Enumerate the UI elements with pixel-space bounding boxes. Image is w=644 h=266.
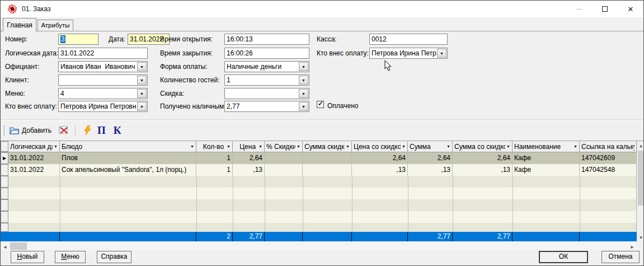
cash-register-label: Касса:: [317, 35, 337, 43]
table-row[interactable]: 31.01.2022 Сок апельсиновый "Sandora", 1…: [1, 164, 637, 176]
scroll-left-icon: ◂: [3, 244, 6, 250]
scroll-down-button[interactable]: ▼: [637, 233, 644, 242]
payer-combo[interactable]: Петрова Ирина Петровна ▼: [58, 101, 148, 112]
cell-discount-sum: [303, 164, 352, 176]
combo-dropdown-button[interactable]: ▼: [137, 102, 147, 111]
filter-arrow-icon[interactable]: ▼: [53, 144, 58, 148]
titlebar: 01. Заказ ✕: [1, 1, 643, 17]
empty-row[interactable]: [1, 188, 637, 199]
logical-date-label: Логическая дата:: [5, 49, 58, 57]
new-button[interactable]: Новый: [11, 251, 44, 263]
filter-arrow-icon[interactable]: ▼: [225, 144, 231, 148]
column-header-name[interactable]: Наименование▼: [513, 141, 580, 152]
number-label: Номер:: [5, 35, 27, 43]
ok-button[interactable]: ОК: [539, 251, 588, 263]
cell-discount-pct: [265, 164, 303, 176]
cell-discount-sum: [303, 152, 352, 164]
menu-button[interactable]: Меню: [55, 251, 86, 263]
add-row-button[interactable]: Добавить: [7, 125, 54, 136]
column-header-qty[interactable]: Кол-во▼: [196, 141, 233, 152]
payer-label: Кто внес оплату:: [5, 102, 57, 110]
maximize-button[interactable]: [592, 1, 618, 17]
paid-checkbox[interactable]: ✓: [317, 101, 324, 108]
filter-arrow-icon[interactable]: ▼: [345, 144, 350, 148]
cell-logical-date: 31.01.2022: [8, 152, 60, 164]
logical-date-field[interactable]: 31.01.2022: [58, 48, 148, 59]
tab-attributes[interactable]: Атрибуты: [37, 20, 73, 31]
combo-dropdown-button[interactable]: ▼: [299, 102, 308, 111]
cancel-button[interactable]: Отмена: [601, 251, 640, 263]
column-header-price[interactable]: Цена▼: [233, 141, 265, 152]
lightning-icon: [84, 125, 91, 135]
column-header-sum-discounted[interactable]: Сумма со скидкой▼: [453, 141, 513, 152]
empty-row[interactable]: [1, 176, 637, 188]
combo-dropdown-button[interactable]: ▼: [137, 76, 147, 85]
cash-register-field[interactable]: 0012: [369, 34, 448, 45]
close-icon: ✕: [628, 6, 634, 13]
tab-main[interactable]: Главная: [3, 18, 36, 31]
waiter-combo[interactable]: Иванов Иван Иванович ▼: [58, 61, 148, 72]
combo-dropdown-button[interactable]: ▼: [137, 89, 147, 98]
delete-row-button[interactable]: [57, 125, 70, 136]
client-combo[interactable]: ▼: [58, 74, 148, 86]
combo-dropdown-button[interactable]: ▼: [437, 49, 446, 58]
vertical-scrollbar-thumb[interactable]: [638, 151, 644, 206]
column-header-sum[interactable]: Сумма▼: [408, 141, 453, 152]
vertical-scrollbar[interactable]: ▲ ▼: [637, 141, 644, 242]
filter-arrow-icon[interactable]: ▼: [401, 144, 406, 148]
cell-name: Кафе: [513, 164, 580, 176]
combo-dropdown-button[interactable]: ▼: [299, 62, 308, 71]
menu-combo[interactable]: 4 ▼: [58, 88, 148, 99]
cell-dish: Сок апельсиновый "Sandora", 1л (порц.): [60, 164, 196, 176]
table-row[interactable]: ▶ 31.01.2022 Плов 1 2,64 2,64 2,64 2,64 …: [1, 152, 637, 164]
guest-count-combo[interactable]: 1 ▼: [224, 74, 309, 86]
paid-label: Оплачено: [327, 102, 358, 110]
column-header-dish[interactable]: Блюдо▼: [60, 141, 196, 152]
minimize-icon: [576, 9, 582, 10]
number-field[interactable]: 3: [58, 34, 98, 45]
empty-row[interactable]: [1, 199, 637, 211]
close-button[interactable]: ✕: [618, 1, 643, 17]
column-header-discount-pct[interactable]: % Скидки▼: [265, 141, 303, 152]
print-button[interactable]: П: [97, 125, 106, 136]
help-button[interactable]: Справка: [97, 251, 131, 263]
horizontal-scrollbar-thumb[interactable]: [10, 242, 27, 250]
combo-dropdown-button[interactable]: ▼: [299, 89, 308, 98]
scroll-up-button[interactable]: ▲: [637, 141, 644, 150]
column-header-calc-link[interactable]: Ссылка на кальку: [580, 141, 637, 152]
filter-arrow-icon[interactable]: ▼: [445, 144, 450, 148]
footer: Новый Меню Справка ОК Отмена: [1, 250, 643, 265]
column-header-price-discounted[interactable]: Цена со скидкой▼: [352, 141, 408, 152]
empty-row[interactable]: [1, 223, 637, 232]
check-icon: ✓: [318, 100, 323, 108]
filter-arrow-icon[interactable]: ▼: [189, 144, 194, 148]
cell-sum-discounted: ,13: [453, 164, 513, 176]
minimize-button[interactable]: [566, 1, 592, 17]
toolbar-grip[interactable]: [3, 125, 4, 136]
chevron-down-icon: ▼: [140, 78, 144, 82]
combo-dropdown-button[interactable]: ▼: [299, 76, 308, 85]
filter-arrow-icon[interactable]: ▼: [505, 144, 510, 148]
scroll-down-icon: ▼: [639, 235, 643, 240]
calc-button[interactable]: К: [114, 125, 121, 136]
quick-action-button[interactable]: [82, 124, 93, 136]
close-time-field[interactable]: 16:00:26: [224, 48, 309, 59]
chevron-down-icon: ▼: [302, 105, 305, 109]
open-time-field[interactable]: 16:00:13: [224, 34, 309, 45]
payment-form-combo[interactable]: Наличные деньги ▼: [224, 61, 309, 72]
column-header-logical-date[interactable]: Логическая да▼: [8, 141, 60, 152]
chevron-down-icon: ▼: [302, 78, 305, 82]
filter-arrow-icon[interactable]: ▼: [257, 144, 262, 148]
empty-row[interactable]: [1, 211, 637, 223]
filter-arrow-icon[interactable]: ▼: [295, 144, 300, 148]
discount-combo[interactable]: ▼: [224, 88, 309, 99]
waiter-label: Официант:: [5, 63, 40, 71]
app-icon: [8, 4, 17, 13]
cash-received-combo[interactable]: 2,77 ▼: [224, 101, 309, 112]
filter-arrow-icon[interactable]: ▼: [572, 144, 577, 148]
payer-right-combo[interactable]: Петрова Ирина Петров ▼: [369, 48, 448, 59]
column-header-discount-sum[interactable]: Сумма скидки▼: [303, 141, 352, 152]
cell-dish: Плов: [60, 152, 196, 164]
combo-dropdown-button[interactable]: ▼: [137, 62, 147, 71]
cell-price: ,13: [233, 164, 265, 176]
